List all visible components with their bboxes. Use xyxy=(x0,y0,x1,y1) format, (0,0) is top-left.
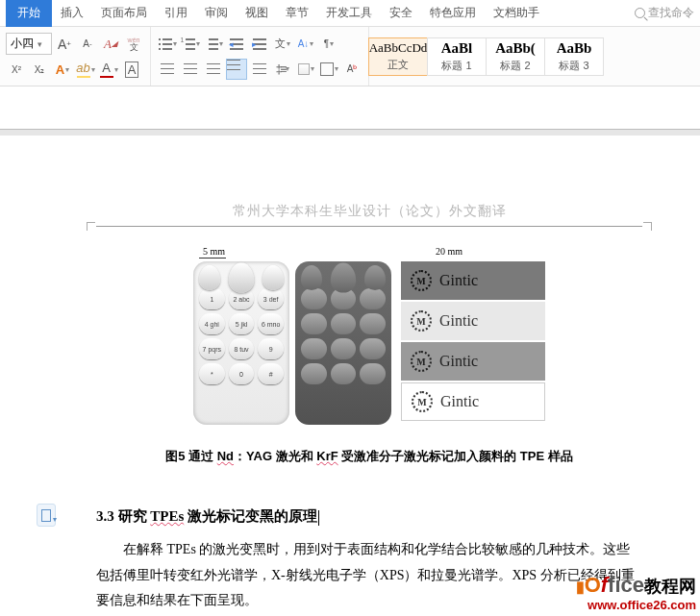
page-header: 常州大学本科生毕业设计（论文）外文翻译 xyxy=(96,203,642,220)
keypad-light-wrap: 5 mm 1 2 abc 3 def 4 ghi 5 jkl 6 mno 7 p… xyxy=(193,261,289,425)
document-area[interactable]: 常州大学本科生毕业设计（论文）外文翻译 5 mm 1 2 abc 3 def 4… xyxy=(0,86,700,616)
shrink-font-button[interactable]: A- xyxy=(77,34,98,55)
highlight-button[interactable]: ab▾ xyxy=(75,59,96,80)
sort-button[interactable]: A↓▾ xyxy=(295,34,316,55)
logo-2: MGintic xyxy=(401,302,545,340)
page: 常州大学本科生毕业设计（论文）外文翻译 5 mm 1 2 abc 3 def 4… xyxy=(0,136,700,616)
pinyin-guide-button[interactable]: wén文 xyxy=(123,34,144,55)
tab-view[interactable]: 视图 xyxy=(237,0,277,26)
header-rule xyxy=(96,226,642,227)
keypad-light: 1 2 abc 3 def 4 ghi 5 jkl 6 mno 7 pqrs 8… xyxy=(193,261,289,425)
section-heading[interactable]: 3.3 研究 TPEs 激光标记变黑的原理 xyxy=(96,507,642,526)
key-hash: # xyxy=(258,363,284,384)
decrease-indent-button[interactable] xyxy=(226,34,247,55)
tab-sections[interactable]: 章节 xyxy=(277,0,317,26)
ab-mark-button[interactable]: Aᵇ xyxy=(341,59,362,80)
increase-indent-button[interactable] xyxy=(249,34,270,55)
keypad-dark xyxy=(295,261,391,425)
scale-bar-left xyxy=(199,258,226,259)
show-marks-button[interactable]: ¶▾ xyxy=(318,34,339,55)
key-7: 7 pqrs xyxy=(199,338,225,359)
key-4: 4 ghi xyxy=(199,313,225,334)
ribbon: 小四 ▾ A+ A- A◢ wén文 X² X₂ A▾ ab▾ A▾ A ▾ xyxy=(0,27,700,86)
font-size-value: 小四 xyxy=(11,36,34,52)
style-normal[interactable]: AaBbCcDd 正文 xyxy=(368,37,428,76)
multilevel-button[interactable]: ▾ xyxy=(203,34,224,55)
tab-security[interactable]: 安全 xyxy=(381,0,421,26)
key-6: 6 mno xyxy=(258,313,284,334)
dropdown-arrow-icon: ▾ xyxy=(38,39,42,49)
style-heading1[interactable]: AaBl 标题 1 xyxy=(427,37,487,76)
shading-button[interactable]: ▾ xyxy=(295,59,316,80)
style-heading2[interactable]: AaBb( 标题 2 xyxy=(486,37,545,76)
tab-insert[interactable]: 插入 xyxy=(52,0,92,26)
tab-pagelayout[interactable]: 页面布局 xyxy=(92,0,156,26)
key-9: 9 xyxy=(258,338,284,359)
bullets-button[interactable]: ▾ xyxy=(157,34,178,55)
line-spacing-button[interactable]: ‡≡▾ xyxy=(272,59,293,80)
align-left-button[interactable] xyxy=(157,59,178,80)
scale-left-label: 5 mm xyxy=(203,246,225,257)
figure-row: 5 mm 1 2 abc 3 def 4 ghi 5 jkl 6 mno 7 p… xyxy=(96,261,642,425)
search-icon xyxy=(635,8,645,18)
borders-button[interactable]: ▾ xyxy=(318,59,339,80)
logo-3: MGintic xyxy=(401,342,545,381)
key-3: 3 def xyxy=(258,288,284,309)
logo-4: MGintic xyxy=(401,382,545,421)
key-star: * xyxy=(199,363,225,384)
superscript-button[interactable]: X² xyxy=(6,59,27,80)
tab-review[interactable]: 审阅 xyxy=(196,0,237,26)
tab-references[interactable]: 引用 xyxy=(156,0,196,26)
style-gallery: AaBbCcDd 正文 AaBl 标题 1 AaBb( 标题 2 AaBb 标题… xyxy=(369,37,604,76)
paragraph-group: ▾ ▾ ▾ 文▾ A↓▾ ¶▾ ‡≡▾ ▾ ▾ Aᵇ xyxy=(151,27,369,86)
body-paragraph[interactable]: 在解释 TPEs 的激光变黑时，用到对于表面结构和化学结合比较敏感的几种技术。这… xyxy=(96,537,642,614)
command-search[interactable]: 查找命令 xyxy=(635,5,700,21)
figure-caption: 图5 通过 Nd：YAG 激光和 KrF 受激准分子激光标记加入颜料的 TPE … xyxy=(96,448,642,465)
section-marker-button[interactable] xyxy=(37,504,56,527)
numbering-button[interactable]: ▾ xyxy=(180,34,201,55)
align-distribute-button[interactable] xyxy=(249,59,270,80)
grow-font-button[interactable]: A+ xyxy=(54,34,75,55)
tab-devtools[interactable]: 开发工具 xyxy=(317,0,381,26)
prev-page-bottom xyxy=(0,86,700,130)
scale-right-label: 20 mm xyxy=(436,246,462,257)
logos-wrap: 20 mm MGintic MGintic MGintic MGintic xyxy=(397,261,545,425)
key-5: 5 jkl xyxy=(229,313,255,334)
text-cursor xyxy=(318,510,319,526)
styles-group: AaBbCcDd 正文 AaBl 标题 1 AaBb( 标题 2 AaBb 标题… xyxy=(369,27,604,86)
key-0: 0 xyxy=(229,363,255,384)
tab-special[interactable]: 特色应用 xyxy=(421,0,485,26)
strikethrough-button[interactable]: A▾ xyxy=(52,59,73,80)
align-center-button[interactable] xyxy=(180,59,201,80)
font-size-select[interactable]: 小四 ▾ xyxy=(6,33,52,55)
align-right-button[interactable] xyxy=(203,59,224,80)
font-group: 小四 ▾ A+ A- A◢ wén文 X² X₂ A▾ ab▾ A▾ A xyxy=(0,27,151,86)
char-border-button[interactable]: A xyxy=(121,59,142,80)
key-1: 1 xyxy=(199,288,225,309)
menu-tabs: 开始 插入 页面布局 引用 审阅 视图 章节 开发工具 安全 特色应用 文档助手… xyxy=(0,0,700,27)
subscript-button[interactable]: X₂ xyxy=(29,59,50,80)
search-placeholder: 查找命令 xyxy=(648,5,694,21)
align-justify-button[interactable] xyxy=(226,59,247,80)
clear-format-button[interactable]: A◢ xyxy=(100,34,121,55)
tab-home[interactable]: 开始 xyxy=(6,0,52,27)
key-8: 8 tuv xyxy=(229,338,255,359)
logo-1: MGintic xyxy=(401,261,545,300)
doc-icon xyxy=(41,509,51,522)
style-heading3[interactable]: AaBb 标题 3 xyxy=(544,37,604,76)
chinese-layout-button[interactable]: 文▾ xyxy=(272,34,293,55)
font-color-button[interactable]: A▾ xyxy=(98,59,119,80)
logo-column: MGintic MGintic MGintic MGintic xyxy=(401,261,545,421)
tab-dochelper[interactable]: 文档助手 xyxy=(485,0,548,26)
